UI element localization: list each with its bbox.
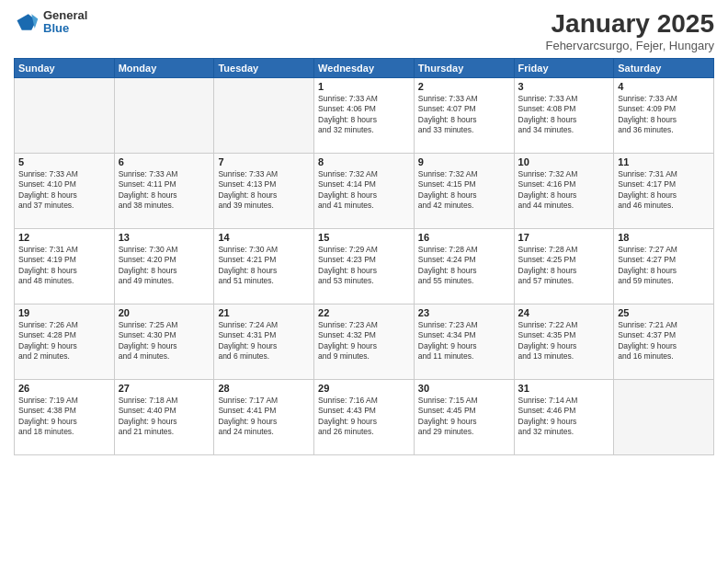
- day-cell: 6Sunrise: 7:33 AMSunset: 4:11 PMDaylight…: [114, 154, 214, 229]
- day-info: Sunrise: 7:23 AMSunset: 4:34 PMDaylight:…: [418, 320, 510, 362]
- weekday-header-monday: Monday: [114, 59, 214, 78]
- month-title: January 2025: [545, 9, 714, 39]
- day-info: Sunrise: 7:25 AMSunset: 4:30 PMDaylight:…: [119, 320, 210, 362]
- day-cell: 25Sunrise: 7:21 AMSunset: 4:37 PMDayligh…: [614, 304, 714, 380]
- day-cell: 15Sunrise: 7:29 AMSunset: 4:23 PMDayligh…: [314, 229, 415, 304]
- day-number: 5: [18, 156, 110, 167]
- day-number: 11: [618, 156, 710, 167]
- day-info: Sunrise: 7:33 AMSunset: 4:06 PMDaylight:…: [318, 94, 410, 136]
- day-info: Sunrise: 7:26 AMSunset: 4:28 PMDaylight:…: [18, 320, 110, 362]
- page: General Blue January 2025 Fehervarcsurgo…: [0, 0, 728, 563]
- day-number: 12: [18, 232, 110, 243]
- weekday-header-thursday: Thursday: [414, 59, 514, 78]
- week-row-2: 5Sunrise: 7:33 AMSunset: 4:10 PMDaylight…: [15, 154, 714, 229]
- day-cell: 9Sunrise: 7:32 AMSunset: 4:15 PMDaylight…: [414, 154, 514, 229]
- day-cell: 12Sunrise: 7:31 AMSunset: 4:19 PMDayligh…: [15, 229, 115, 304]
- day-info: Sunrise: 7:33 AMSunset: 4:11 PMDaylight:…: [119, 169, 210, 212]
- day-info: Sunrise: 7:24 AMSunset: 4:31 PMDaylight:…: [218, 320, 310, 362]
- week-row-1: 1Sunrise: 7:33 AMSunset: 4:06 PMDaylight…: [15, 78, 714, 154]
- day-cell: [114, 78, 214, 154]
- day-info: Sunrise: 7:28 AMSunset: 4:24 PMDaylight:…: [418, 245, 510, 287]
- day-number: 10: [518, 156, 610, 167]
- logo-general: General: [43, 9, 87, 22]
- day-number: 25: [618, 307, 710, 318]
- weekday-header-wednesday: Wednesday: [314, 59, 415, 78]
- day-info: Sunrise: 7:30 AMSunset: 4:20 PMDaylight:…: [119, 245, 210, 287]
- day-number: 14: [218, 232, 310, 243]
- day-number: 15: [318, 232, 410, 243]
- day-cell: 31Sunrise: 7:14 AMSunset: 4:46 PMDayligh…: [514, 380, 614, 455]
- day-cell: [214, 78, 314, 154]
- week-row-4: 19Sunrise: 7:26 AMSunset: 4:28 PMDayligh…: [15, 304, 714, 380]
- day-number: 7: [218, 156, 310, 167]
- day-cell: 7Sunrise: 7:33 AMSunset: 4:13 PMDaylight…: [214, 154, 314, 229]
- day-info: Sunrise: 7:32 AMSunset: 4:16 PMDaylight:…: [518, 169, 610, 212]
- day-info: Sunrise: 7:31 AMSunset: 4:19 PMDaylight:…: [18, 245, 110, 287]
- day-cell: [15, 78, 115, 154]
- day-number: 20: [119, 307, 210, 318]
- day-info: Sunrise: 7:32 AMSunset: 4:14 PMDaylight:…: [318, 169, 410, 212]
- day-cell: 16Sunrise: 7:28 AMSunset: 4:24 PMDayligh…: [414, 229, 514, 304]
- day-cell: 2Sunrise: 7:33 AMSunset: 4:07 PMDaylight…: [414, 78, 514, 154]
- day-number: 3: [518, 81, 610, 92]
- day-info: Sunrise: 7:27 AMSunset: 4:27 PMDaylight:…: [618, 245, 710, 287]
- day-info: Sunrise: 7:21 AMSunset: 4:37 PMDaylight:…: [618, 320, 710, 362]
- day-info: Sunrise: 7:15 AMSunset: 4:45 PMDaylight:…: [418, 396, 510, 438]
- logo-blue: Blue: [43, 22, 87, 35]
- day-number: 16: [418, 232, 510, 243]
- day-cell: 10Sunrise: 7:32 AMSunset: 4:16 PMDayligh…: [514, 154, 614, 229]
- day-info: Sunrise: 7:17 AMSunset: 4:41 PMDaylight:…: [218, 396, 310, 438]
- day-info: Sunrise: 7:30 AMSunset: 4:21 PMDaylight:…: [218, 245, 310, 287]
- day-number: 23: [418, 307, 510, 318]
- day-info: Sunrise: 7:31 AMSunset: 4:17 PMDaylight:…: [618, 169, 710, 212]
- day-info: Sunrise: 7:33 AMSunset: 4:08 PMDaylight:…: [518, 94, 610, 136]
- day-cell: 28Sunrise: 7:17 AMSunset: 4:41 PMDayligh…: [214, 380, 314, 455]
- day-info: Sunrise: 7:29 AMSunset: 4:23 PMDaylight:…: [318, 245, 410, 287]
- day-number: 13: [119, 232, 210, 243]
- weekday-header-tuesday: Tuesday: [214, 59, 314, 78]
- day-info: Sunrise: 7:33 AMSunset: 4:10 PMDaylight:…: [18, 169, 110, 212]
- day-number: 21: [218, 307, 310, 318]
- day-number: 18: [618, 232, 710, 243]
- weekday-header-row: SundayMondayTuesdayWednesdayThursdayFrid…: [15, 59, 714, 78]
- day-info: Sunrise: 7:22 AMSunset: 4:35 PMDaylight:…: [518, 320, 610, 362]
- day-info: Sunrise: 7:33 AMSunset: 4:07 PMDaylight:…: [418, 94, 510, 136]
- title-block: January 2025 Fehervarcsurgo, Fejer, Hung…: [545, 9, 714, 52]
- day-number: 4: [618, 81, 710, 92]
- day-cell: 24Sunrise: 7:22 AMSunset: 4:35 PMDayligh…: [514, 304, 614, 380]
- day-cell: 4Sunrise: 7:33 AMSunset: 4:09 PMDaylight…: [614, 78, 714, 154]
- day-cell: [614, 380, 714, 455]
- day-info: Sunrise: 7:32 AMSunset: 4:15 PMDaylight:…: [418, 169, 510, 212]
- day-cell: 18Sunrise: 7:27 AMSunset: 4:27 PMDayligh…: [614, 229, 714, 304]
- day-number: 2: [418, 81, 510, 92]
- header: General Blue January 2025 Fehervarcsurgo…: [14, 9, 714, 52]
- day-info: Sunrise: 7:18 AMSunset: 4:40 PMDaylight:…: [119, 396, 210, 438]
- day-info: Sunrise: 7:33 AMSunset: 4:09 PMDaylight:…: [618, 94, 710, 136]
- day-info: Sunrise: 7:16 AMSunset: 4:43 PMDaylight:…: [318, 396, 410, 438]
- day-number: 28: [218, 383, 310, 394]
- weekday-header-sunday: Sunday: [15, 59, 115, 78]
- day-number: 9: [418, 156, 510, 167]
- day-number: 17: [518, 232, 610, 243]
- day-cell: 22Sunrise: 7:23 AMSunset: 4:32 PMDayligh…: [314, 304, 415, 380]
- logo-text: General Blue: [43, 9, 87, 36]
- logo: General Blue: [14, 9, 87, 36]
- location: Fehervarcsurgo, Fejer, Hungary: [545, 39, 714, 52]
- day-number: 19: [18, 307, 110, 318]
- day-info: Sunrise: 7:33 AMSunset: 4:13 PMDaylight:…: [218, 169, 310, 212]
- day-cell: 21Sunrise: 7:24 AMSunset: 4:31 PMDayligh…: [214, 304, 314, 380]
- weekday-header-friday: Friday: [514, 59, 614, 78]
- day-cell: 26Sunrise: 7:19 AMSunset: 4:38 PMDayligh…: [15, 380, 115, 455]
- day-cell: 11Sunrise: 7:31 AMSunset: 4:17 PMDayligh…: [614, 154, 714, 229]
- day-number: 29: [318, 383, 410, 394]
- day-cell: 23Sunrise: 7:23 AMSunset: 4:34 PMDayligh…: [414, 304, 514, 380]
- day-cell: 3Sunrise: 7:33 AMSunset: 4:08 PMDaylight…: [514, 78, 614, 154]
- day-number: 30: [418, 383, 510, 394]
- week-row-3: 12Sunrise: 7:31 AMSunset: 4:19 PMDayligh…: [15, 229, 714, 304]
- day-cell: 8Sunrise: 7:32 AMSunset: 4:14 PMDaylight…: [314, 154, 415, 229]
- day-info: Sunrise: 7:23 AMSunset: 4:32 PMDaylight:…: [318, 320, 410, 362]
- day-cell: 14Sunrise: 7:30 AMSunset: 4:21 PMDayligh…: [214, 229, 314, 304]
- day-cell: 5Sunrise: 7:33 AMSunset: 4:10 PMDaylight…: [15, 154, 115, 229]
- day-number: 1: [318, 81, 410, 92]
- day-number: 31: [518, 383, 610, 394]
